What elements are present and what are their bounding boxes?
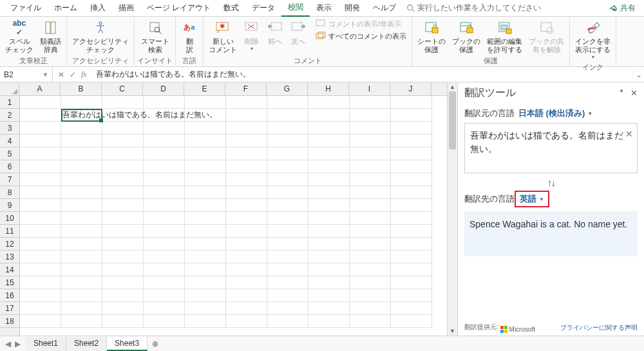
cell[interactable]: [391, 160, 432, 173]
cell[interactable]: [350, 251, 391, 263]
cell[interactable]: [102, 147, 144, 160]
cell[interactable]: [144, 147, 185, 160]
cell[interactable]: [185, 147, 226, 160]
cell[interactable]: [391, 135, 432, 147]
cell[interactable]: [185, 186, 226, 199]
cell[interactable]: [102, 276, 144, 289]
cell[interactable]: [185, 212, 226, 225]
expand-formula-bar[interactable]: ⌄: [632, 70, 644, 79]
cell[interactable]: [226, 225, 267, 238]
select-all-corner[interactable]: [0, 82, 19, 95]
cell[interactable]: [350, 289, 391, 302]
cell[interactable]: [267, 225, 308, 238]
cell[interactable]: [226, 238, 267, 251]
menu-tab-review[interactable]: 校閲: [281, 0, 310, 17]
cell[interactable]: [226, 122, 267, 135]
cell[interactable]: [102, 263, 144, 276]
cell[interactable]: [102, 289, 144, 302]
cell[interactable]: [267, 109, 308, 122]
cell[interactable]: [144, 238, 185, 251]
cell[interactable]: [226, 289, 267, 302]
cell[interactable]: [308, 225, 350, 238]
row-header[interactable]: 9: [0, 199, 19, 212]
delete-comment-button[interactable]: 削除 ▾: [241, 18, 263, 53]
cell[interactable]: [267, 160, 308, 173]
col-header[interactable]: C: [102, 82, 143, 95]
cell[interactable]: [267, 315, 308, 328]
scroll-down-icon[interactable]: ▼: [450, 327, 455, 336]
cell[interactable]: [226, 315, 267, 328]
cell[interactable]: [144, 122, 185, 135]
row-header[interactable]: 18: [0, 315, 19, 328]
cell[interactable]: [102, 251, 144, 263]
row-header[interactable]: 13: [0, 251, 19, 263]
cell[interactable]: [226, 302, 267, 315]
cell[interactable]: [391, 315, 432, 328]
cell[interactable]: [144, 212, 185, 225]
col-header[interactable]: H: [308, 82, 349, 95]
scroll-up-icon[interactable]: ▲: [450, 82, 455, 91]
col-header[interactable]: B: [61, 82, 102, 95]
col-header[interactable]: I: [349, 82, 390, 95]
cell[interactable]: [185, 173, 226, 186]
menu-tab-view[interactable]: 表示: [310, 0, 338, 16]
cell[interactable]: [185, 302, 226, 315]
cell[interactable]: [350, 263, 391, 276]
cell[interactable]: [267, 238, 308, 251]
cell[interactable]: [391, 238, 432, 251]
share-button[interactable]: 共有: [604, 1, 640, 15]
cell[interactable]: [267, 147, 308, 160]
col-header[interactable]: F: [225, 82, 267, 95]
cell[interactable]: [226, 276, 267, 289]
prev-comment-button[interactable]: 前へ: [264, 18, 286, 47]
name-box[interactable]: B2 ▼: [0, 67, 53, 82]
cell[interactable]: [267, 173, 308, 186]
cell[interactable]: [267, 289, 308, 302]
cell[interactable]: [144, 135, 185, 147]
cell[interactable]: [185, 122, 226, 135]
cell[interactable]: [308, 238, 350, 251]
cell[interactable]: [185, 263, 226, 276]
row-header[interactable]: 14: [0, 263, 19, 276]
row-header[interactable]: 4: [0, 135, 19, 147]
privacy-link[interactable]: プライバシーに関する声明: [560, 323, 638, 332]
cell[interactable]: [20, 302, 61, 315]
menu-tab-formulas[interactable]: 数式: [217, 0, 245, 16]
cell[interactable]: [350, 199, 391, 212]
cell[interactable]: [391, 186, 432, 199]
cell[interactable]: [20, 186, 61, 199]
cell[interactable]: [308, 276, 350, 289]
cell[interactable]: [308, 251, 350, 263]
cell[interactable]: [144, 251, 185, 263]
cell[interactable]: [20, 199, 61, 212]
cell[interactable]: [350, 135, 391, 147]
cell[interactable]: [61, 96, 102, 109]
cell[interactable]: [391, 173, 432, 186]
cell[interactable]: [267, 263, 308, 276]
smart-lookup-button[interactable]: スマート 検索: [138, 18, 172, 55]
cell[interactable]: [20, 212, 61, 225]
cell[interactable]: [102, 302, 144, 315]
cell[interactable]: [20, 160, 61, 173]
cell[interactable]: [350, 109, 391, 122]
cell[interactable]: [308, 147, 350, 160]
menu-tab-home[interactable]: ホーム: [48, 0, 84, 16]
cell[interactable]: [308, 160, 350, 173]
cell[interactable]: [61, 147, 102, 160]
cell[interactable]: [267, 135, 308, 147]
cell[interactable]: [185, 276, 226, 289]
row-header[interactable]: 5: [0, 147, 19, 160]
cell[interactable]: [20, 225, 61, 238]
row-header[interactable]: 6: [0, 160, 19, 173]
src-lang-select[interactable]: 日本語 (検出済み) ▼: [518, 108, 592, 119]
cell[interactable]: [61, 302, 102, 315]
cell[interactable]: [350, 96, 391, 109]
cell[interactable]: [267, 212, 308, 225]
allow-edit-ranges-button[interactable]: 範囲の編集 を許可する: [484, 18, 525, 55]
cell[interactable]: [102, 160, 144, 173]
cell[interactable]: [20, 96, 61, 109]
cell[interactable]: [350, 160, 391, 173]
tab-scroll-left[interactable]: ◀: [5, 339, 11, 348]
cell[interactable]: [391, 122, 432, 135]
cell[interactable]: [391, 263, 432, 276]
